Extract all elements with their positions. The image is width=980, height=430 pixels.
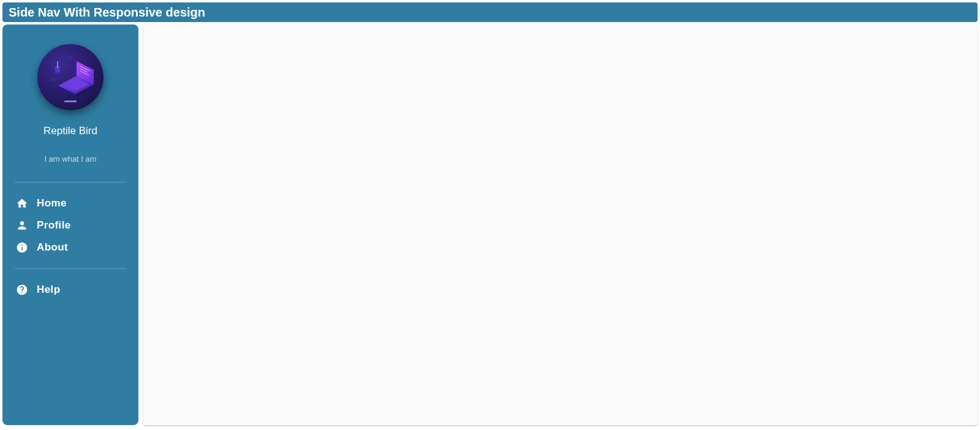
avatar-illustration	[37, 44, 104, 110]
nav-item-profile[interactable]: Profile	[9, 214, 132, 236]
profile-name: Reptile Bird	[43, 125, 97, 137]
app-layout: Reptile Bird I am what I am Home Profile	[2, 25, 978, 425]
nav-group-secondary: Help	[2, 279, 138, 301]
svg-marker-0	[50, 78, 57, 81]
svg-marker-12	[75, 61, 77, 76]
main-content	[143, 25, 978, 425]
svg-rect-16	[64, 100, 77, 102]
svg-point-5	[55, 72, 60, 75]
avatar	[37, 44, 104, 110]
profile-tagline: I am what I am	[44, 154, 96, 164]
person-icon	[16, 219, 28, 232]
nav-item-label: Profile	[37, 219, 71, 232]
nav-group-primary: Home Profile About	[2, 192, 138, 258]
home-icon	[16, 197, 28, 209]
nav-item-label: About	[37, 241, 68, 254]
app-toolbar: Side Nav With Responsive design	[2, 2, 978, 22]
nav-item-home[interactable]: Home	[9, 192, 132, 214]
svg-marker-2	[66, 56, 73, 59]
sidenav: Reptile Bird I am what I am Home Profile	[2, 25, 138, 425]
info-icon	[16, 241, 28, 254]
divider	[15, 268, 126, 269]
profile-block: Reptile Bird I am what I am	[2, 33, 138, 172]
help-icon	[16, 284, 28, 296]
app-title: Side Nav With Responsive design	[9, 6, 205, 20]
nav-item-about[interactable]: About	[9, 236, 132, 258]
nav-item-label: Home	[37, 197, 67, 209]
nav-item-help[interactable]: Help	[9, 279, 132, 301]
nav-item-label: Help	[37, 284, 60, 296]
divider	[15, 182, 126, 183]
